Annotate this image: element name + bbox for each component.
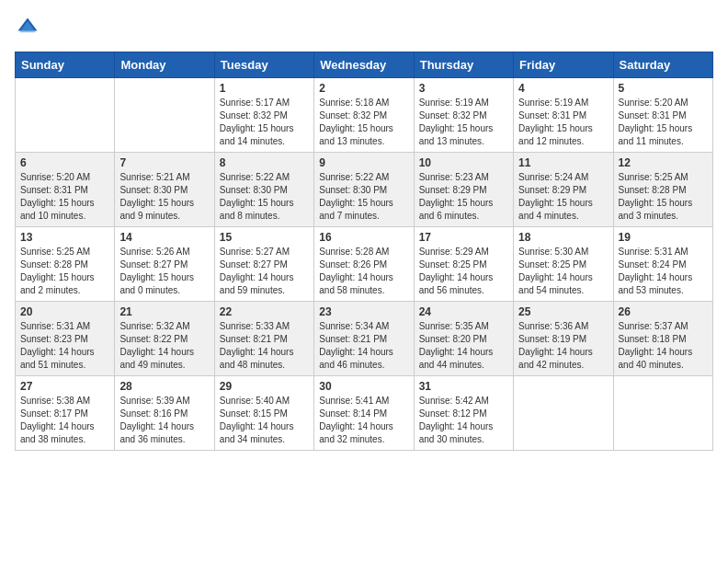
day-number: 5: [619, 82, 708, 95]
calendar-cell: 28Sunrise: 5:39 AM Sunset: 8:16 PM Dayli…: [115, 376, 214, 451]
day-number: 12: [619, 156, 708, 169]
calendar-cell: 17Sunrise: 5:29 AM Sunset: 8:25 PM Dayli…: [414, 227, 513, 302]
calendar-cell: [115, 78, 214, 153]
calendar-cell: 30Sunrise: 5:41 AM Sunset: 8:14 PM Dayli…: [314, 376, 414, 451]
day-header: Sunday: [16, 52, 115, 78]
day-info: Sunrise: 5:31 AM Sunset: 8:23 PM Dayligh…: [20, 320, 109, 372]
day-info: Sunrise: 5:41 AM Sunset: 8:14 PM Dayligh…: [319, 395, 408, 446]
calendar-week-row: 1Sunrise: 5:17 AM Sunset: 8:32 PM Daylig…: [16, 78, 713, 153]
day-number: 8: [220, 156, 309, 169]
day-info: Sunrise: 5:34 AM Sunset: 8:21 PM Dayligh…: [319, 320, 408, 372]
day-info: Sunrise: 5:19 AM Sunset: 8:32 PM Dayligh…: [419, 97, 508, 148]
day-number: 28: [119, 380, 209, 393]
day-number: 11: [518, 156, 608, 169]
calendar-cell: 14Sunrise: 5:26 AM Sunset: 8:27 PM Dayli…: [115, 227, 214, 302]
day-header: Tuesday: [214, 52, 313, 78]
day-number: 18: [518, 231, 608, 244]
day-number: 16: [319, 231, 408, 244]
day-header: Wednesday: [314, 52, 414, 78]
calendar-cell: [613, 376, 712, 451]
day-number: 9: [319, 156, 408, 169]
calendar-week-row: 13Sunrise: 5:25 AM Sunset: 8:28 PM Dayli…: [16, 227, 713, 302]
day-info: Sunrise: 5:29 AM Sunset: 8:25 PM Dayligh…: [419, 246, 508, 297]
day-info: Sunrise: 5:33 AM Sunset: 8:21 PM Dayligh…: [220, 320, 309, 372]
day-number: 20: [20, 305, 109, 318]
day-info: Sunrise: 5:30 AM Sunset: 8:25 PM Dayligh…: [518, 246, 608, 297]
calendar-cell: 18Sunrise: 5:30 AM Sunset: 8:25 PM Dayli…: [514, 227, 613, 302]
calendar-cell: 1Sunrise: 5:17 AM Sunset: 8:32 PM Daylig…: [214, 78, 313, 153]
calendar-cell: 8Sunrise: 5:22 AM Sunset: 8:30 PM Daylig…: [214, 153, 313, 227]
calendar-cell: 19Sunrise: 5:31 AM Sunset: 8:24 PM Dayli…: [613, 227, 712, 302]
day-info: Sunrise: 5:18 AM Sunset: 8:32 PM Dayligh…: [319, 97, 408, 148]
day-number: 30: [319, 380, 408, 393]
day-number: 17: [419, 231, 508, 244]
day-info: Sunrise: 5:24 AM Sunset: 8:29 PM Dayligh…: [518, 171, 608, 223]
calendar-week-row: 27Sunrise: 5:38 AM Sunset: 8:17 PM Dayli…: [16, 376, 713, 451]
day-info: Sunrise: 5:22 AM Sunset: 8:30 PM Dayligh…: [319, 171, 408, 223]
day-number: 15: [220, 231, 309, 244]
day-number: 23: [319, 305, 408, 318]
day-info: Sunrise: 5:28 AM Sunset: 8:26 PM Dayligh…: [319, 246, 408, 297]
day-info: Sunrise: 5:36 AM Sunset: 8:19 PM Dayligh…: [518, 320, 608, 372]
day-number: 3: [419, 82, 508, 95]
day-header: Saturday: [613, 52, 712, 78]
day-number: 27: [20, 380, 109, 393]
calendar-cell: 13Sunrise: 5:25 AM Sunset: 8:28 PM Dayli…: [16, 227, 115, 302]
day-header: Thursday: [414, 52, 513, 78]
day-info: Sunrise: 5:19 AM Sunset: 8:31 PM Dayligh…: [518, 97, 608, 148]
day-info: Sunrise: 5:20 AM Sunset: 8:31 PM Dayligh…: [20, 171, 109, 223]
calendar-cell: 9Sunrise: 5:22 AM Sunset: 8:30 PM Daylig…: [314, 153, 414, 227]
calendar-cell: 27Sunrise: 5:38 AM Sunset: 8:17 PM Dayli…: [16, 376, 115, 451]
calendar-cell: [16, 78, 115, 153]
logo: [15, 15, 44, 40]
calendar-table: SundayMondayTuesdayWednesdayThursdayFrid…: [15, 52, 713, 451]
calendar-cell: 29Sunrise: 5:40 AM Sunset: 8:15 PM Dayli…: [214, 376, 313, 451]
day-info: Sunrise: 5:25 AM Sunset: 8:28 PM Dayligh…: [619, 171, 708, 223]
day-number: 21: [119, 305, 209, 318]
day-number: 25: [518, 305, 608, 318]
day-number: 13: [20, 231, 109, 244]
day-info: Sunrise: 5:40 AM Sunset: 8:15 PM Dayligh…: [220, 395, 309, 446]
calendar-cell: 7Sunrise: 5:21 AM Sunset: 8:30 PM Daylig…: [115, 153, 214, 227]
day-number: 7: [119, 156, 209, 169]
day-info: Sunrise: 5:35 AM Sunset: 8:20 PM Dayligh…: [419, 320, 508, 372]
day-number: 26: [619, 305, 708, 318]
calendar-cell: 20Sunrise: 5:31 AM Sunset: 8:23 PM Dayli…: [16, 302, 115, 376]
calendar-cell: 3Sunrise: 5:19 AM Sunset: 8:32 PM Daylig…: [414, 78, 513, 153]
day-info: Sunrise: 5:23 AM Sunset: 8:29 PM Dayligh…: [419, 171, 508, 223]
calendar-cell: 23Sunrise: 5:34 AM Sunset: 8:21 PM Dayli…: [314, 302, 414, 376]
calendar-cell: 6Sunrise: 5:20 AM Sunset: 8:31 PM Daylig…: [16, 153, 115, 227]
calendar-cell: 5Sunrise: 5:20 AM Sunset: 8:31 PM Daylig…: [613, 78, 712, 153]
calendar-week-row: 6Sunrise: 5:20 AM Sunset: 8:31 PM Daylig…: [16, 153, 713, 227]
calendar-week-row: 20Sunrise: 5:31 AM Sunset: 8:23 PM Dayli…: [16, 302, 713, 376]
day-info: Sunrise: 5:26 AM Sunset: 8:27 PM Dayligh…: [119, 246, 209, 297]
calendar-cell: 31Sunrise: 5:42 AM Sunset: 8:12 PM Dayli…: [414, 376, 513, 451]
day-number: 24: [419, 305, 508, 318]
day-info: Sunrise: 5:17 AM Sunset: 8:32 PM Dayligh…: [220, 97, 309, 148]
calendar-cell: 4Sunrise: 5:19 AM Sunset: 8:31 PM Daylig…: [514, 78, 613, 153]
day-info: Sunrise: 5:32 AM Sunset: 8:22 PM Dayligh…: [119, 320, 209, 372]
day-info: Sunrise: 5:37 AM Sunset: 8:18 PM Dayligh…: [619, 320, 708, 372]
page-header: [15, 15, 713, 40]
day-header: Monday: [115, 52, 214, 78]
day-number: 10: [419, 156, 508, 169]
day-info: Sunrise: 5:20 AM Sunset: 8:31 PM Dayligh…: [619, 97, 708, 148]
calendar-cell: 26Sunrise: 5:37 AM Sunset: 8:18 PM Dayli…: [613, 302, 712, 376]
calendar-cell: 10Sunrise: 5:23 AM Sunset: 8:29 PM Dayli…: [414, 153, 513, 227]
day-header: Friday: [514, 52, 613, 78]
calendar-cell: 25Sunrise: 5:36 AM Sunset: 8:19 PM Dayli…: [514, 302, 613, 376]
day-info: Sunrise: 5:38 AM Sunset: 8:17 PM Dayligh…: [20, 395, 109, 446]
calendar-cell: 15Sunrise: 5:27 AM Sunset: 8:27 PM Dayli…: [214, 227, 313, 302]
day-number: 29: [220, 380, 309, 393]
day-info: Sunrise: 5:21 AM Sunset: 8:30 PM Dayligh…: [119, 171, 209, 223]
calendar-header-row: SundayMondayTuesdayWednesdayThursdayFrid…: [16, 52, 713, 78]
day-info: Sunrise: 5:31 AM Sunset: 8:24 PM Dayligh…: [619, 246, 708, 297]
calendar-cell: 24Sunrise: 5:35 AM Sunset: 8:20 PM Dayli…: [414, 302, 513, 376]
day-info: Sunrise: 5:27 AM Sunset: 8:27 PM Dayligh…: [220, 246, 309, 297]
calendar-cell: 11Sunrise: 5:24 AM Sunset: 8:29 PM Dayli…: [514, 153, 613, 227]
day-info: Sunrise: 5:22 AM Sunset: 8:30 PM Dayligh…: [220, 171, 309, 223]
day-number: 6: [20, 156, 109, 169]
day-number: 31: [419, 380, 508, 393]
logo-icon: [15, 15, 40, 40]
calendar-cell: 12Sunrise: 5:25 AM Sunset: 8:28 PM Dayli…: [613, 153, 712, 227]
